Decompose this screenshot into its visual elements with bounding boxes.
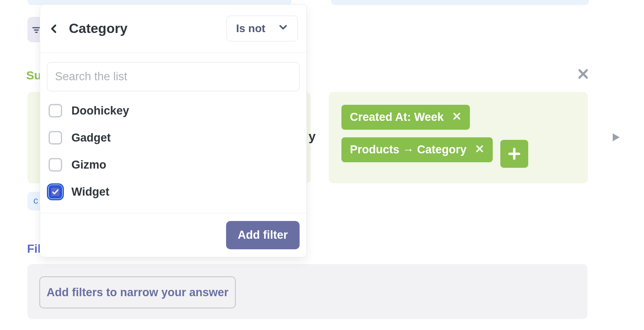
filter-popover-header: Category Is not bbox=[40, 5, 306, 53]
close-icon[interactable] bbox=[475, 143, 484, 156]
chevron-down-icon bbox=[278, 22, 288, 35]
filter-popover: Category Is not Doohickey Gadget bbox=[40, 4, 307, 257]
checkbox[interactable] bbox=[49, 104, 62, 117]
filter-option-label: Gadget bbox=[71, 131, 111, 145]
play-icon bbox=[610, 131, 622, 143]
plus-icon bbox=[507, 147, 521, 161]
add-filters-button[interactable]: Add filters to narrow your answer bbox=[39, 276, 236, 308]
back-button[interactable] bbox=[47, 22, 61, 36]
breakout-chip-label: Created At: Week bbox=[350, 111, 444, 124]
filters-panel: Add filters to narrow your answer bbox=[27, 264, 587, 319]
checkbox[interactable] bbox=[49, 158, 62, 172]
add-breakout-button[interactable] bbox=[500, 140, 528, 168]
breakout-chip[interactable]: Products → Category bbox=[341, 137, 493, 162]
chevron-left-icon bbox=[49, 22, 59, 35]
filter-option[interactable]: Gadget bbox=[47, 124, 300, 151]
top-bar-fragment-right bbox=[331, 0, 589, 5]
checkbox[interactable] bbox=[49, 185, 62, 199]
text-fragment-y: y bbox=[308, 129, 316, 144]
filter-option[interactable]: Doohickey bbox=[47, 97, 300, 124]
filter-option-label: Gizmo bbox=[71, 158, 106, 172]
section-label-fragment-fil: Fil bbox=[27, 242, 41, 256]
breakout-panel: Created At: Week Products → Category bbox=[329, 92, 588, 183]
filter-option-list: Doohickey Gadget Gizmo Widget bbox=[47, 91, 300, 210]
close-icon[interactable] bbox=[577, 68, 589, 82]
add-filter-button[interactable]: Add filter bbox=[226, 221, 300, 249]
section-label-fragment-su: Su bbox=[26, 69, 41, 82]
run-query-button[interactable] bbox=[610, 131, 622, 145]
checkbox[interactable] bbox=[49, 131, 62, 145]
breakout-chip[interactable]: Created At: Week bbox=[341, 105, 470, 130]
operator-select[interactable]: Is not bbox=[226, 16, 298, 41]
search-input[interactable] bbox=[47, 62, 300, 91]
svg-marker-11 bbox=[613, 134, 619, 142]
filter-option-label: Widget bbox=[71, 185, 109, 199]
filter-option[interactable]: Gizmo bbox=[47, 151, 300, 178]
filter-popover-title: Category bbox=[69, 21, 128, 36]
close-icon[interactable] bbox=[452, 111, 461, 124]
filter-option[interactable]: Widget bbox=[47, 178, 300, 205]
filter-option-label: Doohickey bbox=[71, 104, 129, 117]
breakout-chip-label: Products → Category bbox=[350, 143, 467, 156]
operator-select-label: Is not bbox=[236, 22, 265, 35]
